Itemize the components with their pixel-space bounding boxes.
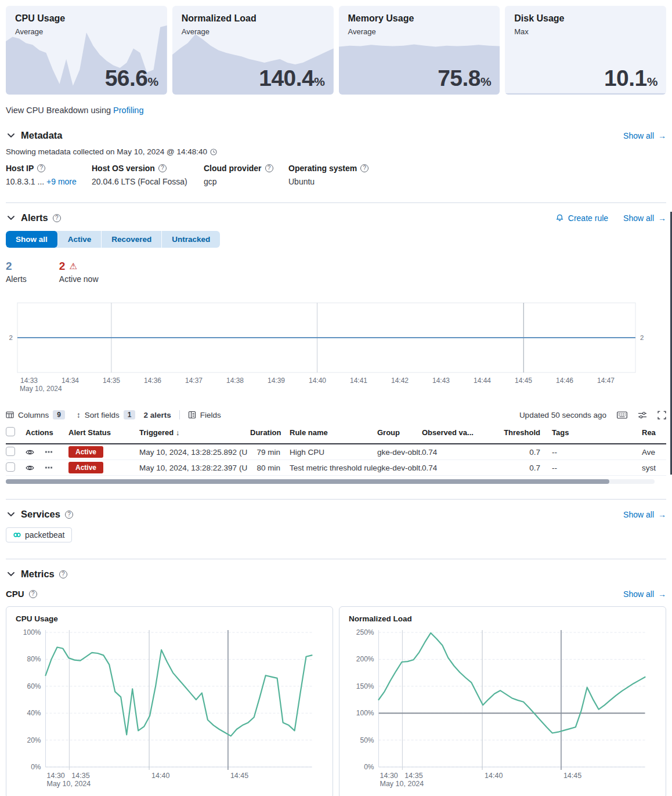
chart-title: Normalized Load <box>339 614 666 623</box>
kpi-card-memory-usage[interactable]: Memory Usage Average 75.8% <box>339 6 500 95</box>
alerts-table: Actions Alert Status Triggered ↓ Duratio… <box>6 427 666 484</box>
more-ips-link[interactable]: +9 more <box>46 177 77 186</box>
normalized-load-chart-panel[interactable]: Normalized Load 0%50%100%150%200%250%14:… <box>339 606 666 796</box>
header-triggered[interactable]: Triggered ↓ <box>139 428 250 437</box>
help-icon[interactable]: ? <box>360 164 368 172</box>
alert-count-label: 2 alerts <box>143 411 171 419</box>
alerts-timeline-chart[interactable]: 2214:3314:3414:3514:3614:3714:3814:3914:… <box>6 301 666 394</box>
svg-text:14:45: 14:45 <box>563 772 581 780</box>
header-tags: Tags <box>540 428 634 437</box>
metadata-field-host-ip: Host IP? 10.8.3.1 ... +9 more <box>6 164 92 186</box>
select-all-checkbox[interactable] <box>6 427 15 436</box>
eye-icon <box>26 465 34 471</box>
sort-fields-button[interactable]: ↕ Sort fields 1 <box>77 410 135 419</box>
row-checkbox[interactable] <box>6 462 15 472</box>
create-rule-button[interactable]: Create rule <box>555 214 608 223</box>
collapse-chevron-icon[interactable] <box>6 131 16 141</box>
row-checkbox[interactable] <box>6 447 15 456</box>
alerts-stats: 2 Alerts 2⚠ Active now <box>6 260 666 284</box>
cell-group: gke-dev-oblt... <box>377 464 422 472</box>
metadata-title: Metadata <box>21 130 63 141</box>
metrics-show-all-link[interactable]: Show all→ <box>623 589 666 599</box>
cpu-usage-chart: 0%20%40%60%80%100%14:3014:3514:4014:45Ma… <box>6 625 333 794</box>
updated-timestamp: Updated 50 seconds ago <box>519 411 606 419</box>
svg-text:40%: 40% <box>27 709 41 717</box>
help-icon[interactable]: ? <box>53 214 61 222</box>
tab-recovered[interactable]: Recovered <box>102 231 162 248</box>
fields-button[interactable]: Fields <box>188 411 221 419</box>
metric-charts-row: CPU Usage 0%20%40%60%80%100%14:3014:3514… <box>6 606 666 796</box>
view-alert-button[interactable] <box>26 465 34 471</box>
kpi-subtitle: Average <box>348 27 491 36</box>
svg-text:14:35: 14:35 <box>103 377 120 385</box>
view-alert-button[interactable] <box>26 449 34 455</box>
svg-text:0%: 0% <box>31 763 41 771</box>
help-icon[interactable]: ? <box>158 164 167 172</box>
cell-triggered: May 10, 2024, 13:28:25.892 (U <box>139 448 250 457</box>
svg-text:100%: 100% <box>356 709 374 717</box>
metadata-show-all-link[interactable]: Show all→ <box>623 131 666 140</box>
alerts-table-toolbar: Columns 9 ↕ Sort fields 1 2 alerts Field… <box>6 410 666 419</box>
svg-text:14:45: 14:45 <box>515 377 532 385</box>
alerts-section-header: Alerts ? Create rule Show all→ <box>6 212 666 223</box>
columns-button[interactable]: Columns 9 <box>6 410 65 419</box>
svg-text:14:30: 14:30 <box>380 772 398 780</box>
help-icon[interactable]: ? <box>37 164 45 172</box>
arrow-right-icon: → <box>658 589 666 599</box>
help-icon[interactable]: ? <box>265 164 273 172</box>
kpi-card-cpu-usage[interactable]: CPU Usage Average 56.6% <box>6 6 167 95</box>
tab-active[interactable]: Active <box>58 231 102 248</box>
services-show-all-link[interactable]: Show all→ <box>623 510 666 519</box>
cell-reason: syst <box>634 464 666 472</box>
cell-rule-name: High CPU <box>283 448 377 457</box>
help-icon[interactable]: ? <box>65 511 73 519</box>
section-divider <box>6 499 666 500</box>
help-icon[interactable]: ? <box>29 590 37 598</box>
header-rule-name: Rule name <box>283 428 377 437</box>
toolbar-divider <box>179 410 180 419</box>
svg-text:2: 2 <box>9 334 13 341</box>
alerts-show-all-link[interactable]: Show all→ <box>623 214 666 223</box>
more-actions-button[interactable] <box>45 448 53 456</box>
sort-count-badge: 1 <box>124 410 136 419</box>
alerts-table-header: Actions Alert Status Triggered ↓ Duratio… <box>6 427 666 444</box>
horizontal-scrollbar-thumb[interactable] <box>6 479 609 484</box>
eye-icon <box>26 449 34 455</box>
tab-show-all[interactable]: Show all <box>6 231 58 248</box>
fullscreen-button[interactable] <box>657 411 666 419</box>
metrics-cpu-row: CPU ? Show all→ <box>6 589 666 599</box>
more-actions-button[interactable] <box>45 464 53 472</box>
svg-text:14:42: 14:42 <box>391 377 409 385</box>
svg-text:250%: 250% <box>356 628 374 636</box>
display-options-button[interactable] <box>638 411 647 419</box>
svg-text:May 10, 2024: May 10, 2024 <box>47 780 91 788</box>
arrow-right-icon: → <box>658 131 666 140</box>
kpi-card-normalized-load[interactable]: Normalized Load Average 140.4% <box>172 6 334 95</box>
tab-untracked[interactable]: Untracked <box>162 231 220 248</box>
warning-triangle-icon: ⚠ <box>69 261 77 272</box>
status-badge[interactable]: Active <box>68 462 103 473</box>
status-badge[interactable]: Active <box>68 446 103 458</box>
cell-threshold: 0.7 <box>487 464 540 472</box>
keyboard-shortcuts-button[interactable] <box>617 411 627 419</box>
cell-triggered: May 10, 2024, 13:28:22.397 (U <box>139 464 250 472</box>
svg-text:14:33: 14:33 <box>20 377 38 385</box>
host-detail-page: CPU Usage Average 56.6% Normalized Load … <box>0 0 672 796</box>
kpi-title: CPU Usage <box>15 13 158 24</box>
cpu-usage-chart-panel[interactable]: CPU Usage 0%20%40%60%80%100%14:3014:3514… <box>6 606 333 796</box>
kpi-card-disk-usage[interactable]: Disk Usage Max 10.1% <box>505 6 666 95</box>
help-icon[interactable]: ? <box>59 570 67 578</box>
alerts-title: Alerts <box>21 212 48 223</box>
profiling-link[interactable]: Profiling <box>113 106 143 115</box>
columns-icon <box>6 411 14 419</box>
fields-icon <box>188 411 196 419</box>
svg-text:14:45: 14:45 <box>230 772 248 780</box>
collapse-chevron-icon[interactable] <box>6 213 16 223</box>
collapse-chevron-icon[interactable] <box>6 569 16 580</box>
sort-descending-icon: ↓ <box>176 428 180 437</box>
svg-text:80%: 80% <box>27 655 41 663</box>
cell-reason: Ave <box>634 448 666 457</box>
service-badge-packetbeat[interactable]: packetbeat <box>6 527 72 542</box>
collapse-chevron-icon[interactable] <box>6 509 16 520</box>
cell-duration: 79 min <box>250 448 283 457</box>
